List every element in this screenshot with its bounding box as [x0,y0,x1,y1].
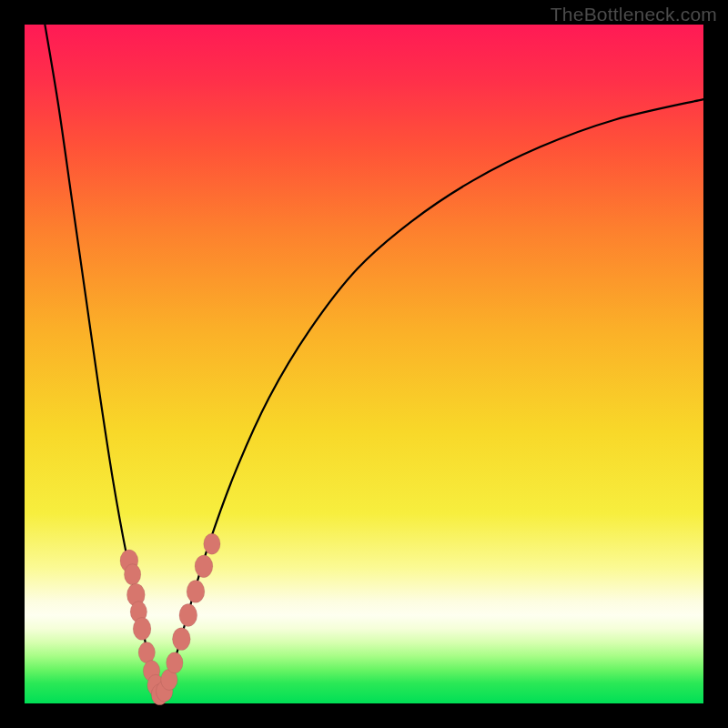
curve-marker [138,642,155,663]
curve-marker [187,581,205,603]
curve-marker [167,652,183,673]
curve-marker [124,564,140,585]
curve-marker [179,604,197,627]
curve-marker [172,628,190,651]
curve-marker [133,618,151,641]
watermark-text: TheBottleneck.com [551,4,717,25]
curve-marker [204,533,220,554]
curve-layer [25,25,703,703]
curve-marker [195,555,213,578]
curve-markers [120,533,220,705]
plot-area [25,25,703,703]
chart-frame: TheBottleneck.com [0,0,728,728]
